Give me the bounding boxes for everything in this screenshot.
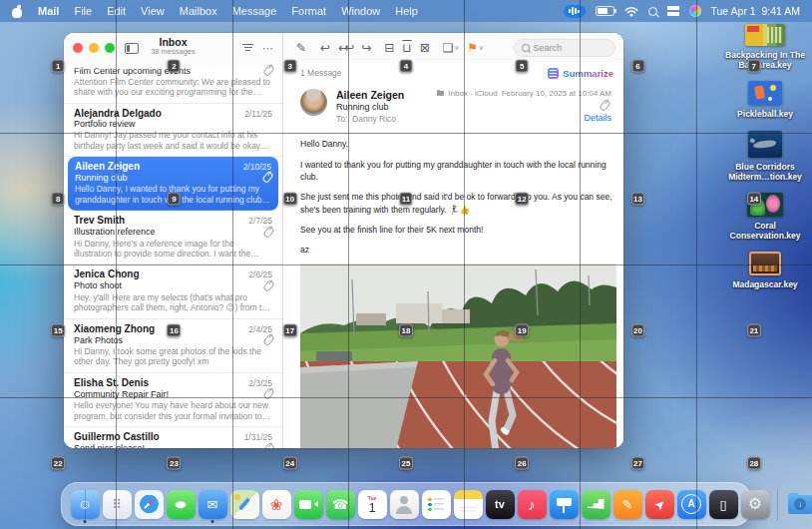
message-header-info: Aileen Zeigen Running club To: Danny Ric… bbox=[336, 89, 437, 125]
file-label: Backpacking In The Bay Area.key bbox=[725, 50, 805, 70]
menu-file[interactable]: File bbox=[74, 5, 92, 17]
search-icon bbox=[522, 44, 530, 52]
spotlight-search-icon[interactable] bbox=[648, 7, 657, 16]
dock-calendar[interactable]: Tue1 bbox=[358, 490, 387, 519]
attachment-photo[interactable] bbox=[300, 264, 616, 448]
dock-rocket[interactable]: ➤ bbox=[645, 490, 674, 519]
dock-facetime[interactable] bbox=[294, 490, 323, 519]
dock-phone[interactable]: ☎ bbox=[326, 490, 355, 519]
dock-photos[interactable]: ❀ bbox=[262, 490, 291, 519]
voice-control-icon[interactable] bbox=[564, 5, 586, 18]
scrolled-message-row[interactable]: Film Center upcoming events Attention Fi… bbox=[64, 63, 282, 104]
filter-icon[interactable] bbox=[242, 44, 253, 52]
zoom-button[interactable] bbox=[105, 43, 115, 53]
message-row[interactable]: Jenica Chong2/6/25Photo shootHey, y'all!… bbox=[64, 264, 282, 318]
dock-tv[interactable]: tv bbox=[486, 490, 515, 519]
details-link[interactable]: Details bbox=[584, 113, 611, 123]
summarize-button[interactable]: Summarize bbox=[548, 68, 613, 79]
archive-button[interactable]: ⊟ bbox=[384, 42, 394, 54]
menu-window[interactable]: Window bbox=[341, 5, 380, 17]
dock-divider bbox=[777, 488, 778, 520]
file-label: Pickleball.key bbox=[725, 109, 805, 119]
message-subject: Park Photos bbox=[74, 335, 123, 345]
dock-settings[interactable]: ⚙ bbox=[741, 490, 770, 519]
desktop-file-madagascar[interactable]: Madagascar.key bbox=[725, 252, 805, 289]
message-row[interactable]: Alejandra Delgado2/11/25Portfolio review… bbox=[64, 104, 282, 157]
forward-button[interactable]: ↪ bbox=[361, 42, 371, 54]
dock-notes[interactable] bbox=[454, 490, 483, 519]
downloads-icon: ↓ bbox=[786, 490, 812, 519]
menu-edit[interactable]: Edit bbox=[107, 5, 126, 17]
move-to-folder-button[interactable]: ❏∨ bbox=[443, 42, 460, 54]
dock-numbers[interactable]: ▁▄█ bbox=[582, 490, 610, 519]
desktop-file-blue-corridors[interactable]: Blue Corridors Midterm…tion.key bbox=[725, 131, 805, 182]
desktop-file-coral[interactable]: Coral Conservation.key bbox=[725, 193, 805, 241]
message-row[interactable]: Elisha St. Denis2/3/25Community Repair F… bbox=[64, 373, 282, 427]
minimize-button[interactable] bbox=[89, 43, 99, 53]
message-paragraphs: Hello Danny,I wanted to thank you for pu… bbox=[300, 138, 615, 256]
file-label: Madagascar.key bbox=[725, 279, 805, 289]
more-icon[interactable]: ⋯ bbox=[262, 43, 273, 54]
dock-pages[interactable]: ✎ bbox=[613, 490, 642, 519]
mail-icon: ✉ bbox=[199, 490, 227, 519]
dock-contacts[interactable] bbox=[390, 490, 419, 519]
dock-app-store[interactable]: A bbox=[677, 490, 706, 519]
desktop-file-pickleball[interactable]: Pickleball.key bbox=[725, 81, 805, 119]
message-list-pane: Inbox 38 messages ⋯ Film Center upcoming… bbox=[64, 33, 283, 448]
reply-button[interactable]: ↩ bbox=[320, 42, 330, 54]
menu-mail[interactable]: Mail bbox=[38, 5, 59, 17]
message-row[interactable]: Guillermo Castillo1/31/25Send pics pleas… bbox=[64, 427, 282, 448]
trash-button[interactable]: ⊔ bbox=[402, 42, 411, 54]
compose-button[interactable]: ✎ bbox=[296, 42, 306, 54]
keynote-icon bbox=[550, 490, 579, 519]
junk-icon: ⊠ bbox=[420, 42, 430, 54]
search-input[interactable]: Search bbox=[514, 39, 615, 57]
message-body: Hello Danny,I wanted to thank you for pu… bbox=[283, 134, 623, 448]
dock-downloads[interactable]: ↓ bbox=[786, 490, 812, 519]
grid-number-badge: 8 bbox=[52, 192, 65, 205]
recipient-name: Danny Rico bbox=[352, 114, 396, 124]
coral-thumbnail bbox=[747, 193, 783, 217]
control-center-icon[interactable] bbox=[667, 6, 679, 16]
dock-maps[interactable] bbox=[230, 490, 259, 519]
menu-mailbox[interactable]: Mailbox bbox=[180, 5, 217, 17]
message-row[interactable]: Aileen Zeigen2/10/25Running clubHello Da… bbox=[68, 157, 278, 211]
reply-all-button[interactable]: ↩↩ bbox=[338, 42, 353, 54]
dock-reminders[interactable] bbox=[422, 490, 451, 519]
message-row[interactable]: Trev Smith2/7/25Illustration referenceHi… bbox=[64, 211, 282, 264]
wifi-icon[interactable] bbox=[624, 6, 638, 17]
dock-keynote[interactable] bbox=[550, 490, 579, 519]
message-subject: Illustration reference bbox=[74, 227, 156, 237]
search-placeholder: Search bbox=[534, 43, 563, 53]
grid-number-badge: 25 bbox=[399, 456, 413, 469]
dock-mail[interactable]: ✉ bbox=[199, 490, 227, 519]
apple-menu-icon[interactable] bbox=[12, 5, 23, 18]
message-date: 2/11/25 bbox=[244, 109, 272, 119]
message-preview: Hello everyone! You may have heard about… bbox=[74, 400, 272, 421]
message-row[interactable]: Xiaomeng Zhong2/4/25Park PhotosHi Danny,… bbox=[64, 319, 282, 373]
phone-icon: ☎ bbox=[326, 490, 355, 519]
menu-format[interactable]: Format bbox=[291, 5, 326, 17]
dock-launchpad[interactable]: ⠿ bbox=[103, 490, 132, 519]
dock-messages[interactable]: ⬬ bbox=[167, 490, 196, 519]
menu-message[interactable]: Message bbox=[232, 5, 277, 17]
battery-icon[interactable] bbox=[596, 6, 614, 16]
menu-bar-clock[interactable]: Tue Apr 1 9:41 AM bbox=[711, 5, 801, 17]
grid-number-badge: 15 bbox=[51, 324, 65, 337]
dock-iphone-mirroring[interactable]: ▯ bbox=[709, 490, 738, 519]
mail-window: Inbox 38 messages ⋯ Film Center upcoming… bbox=[64, 33, 623, 448]
message-sender: Elisha St. Denis bbox=[74, 377, 149, 388]
dock-finder[interactable]: ☺ bbox=[71, 490, 100, 519]
menu-view[interactable]: View bbox=[141, 5, 165, 17]
junk-button[interactable]: ⊠ bbox=[420, 42, 430, 54]
sidebar-toggle-icon[interactable] bbox=[125, 43, 139, 54]
desktop-file-backpacking[interactable]: Backpacking In The Bay Area.key bbox=[725, 24, 805, 70]
close-button[interactable] bbox=[73, 43, 83, 53]
paperclip-icon bbox=[262, 64, 274, 77]
flag-button[interactable]: ⚑∨ bbox=[467, 42, 484, 54]
music-icon: ♪ bbox=[518, 490, 547, 519]
menu-help[interactable]: Help bbox=[395, 5, 418, 17]
dock-safari[interactable] bbox=[135, 490, 164, 519]
dock-music[interactable]: ♪ bbox=[518, 490, 547, 519]
siri-icon[interactable] bbox=[689, 5, 701, 17]
